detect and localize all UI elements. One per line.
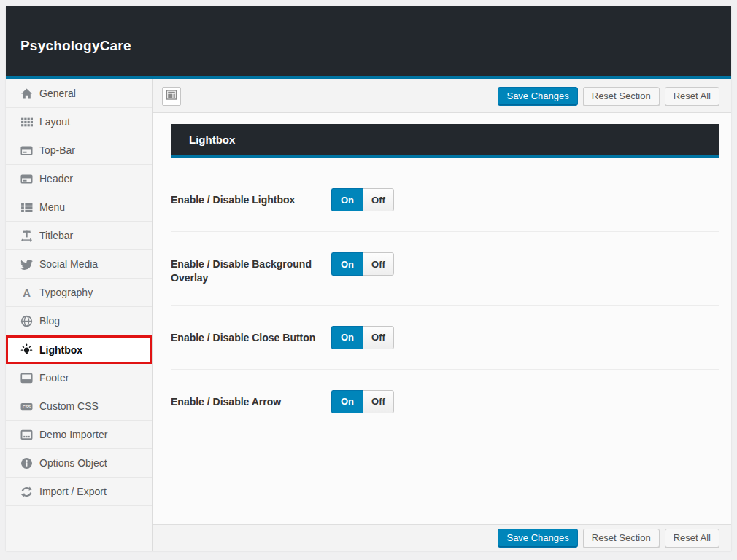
- sidebar-item-label: Menu: [39, 201, 65, 213]
- toggle-on-button[interactable]: On: [331, 188, 363, 211]
- app-header: PsychologyCare: [6, 6, 731, 79]
- field-row-background-overlay: Enable / Disable Background Overlay On O…: [171, 232, 719, 306]
- field-label: Enable / Disable Lightbox: [171, 188, 331, 207]
- field-label: Enable / Disable Arrow: [171, 390, 331, 409]
- field-label: Enable / Disable Background Overlay: [171, 252, 331, 285]
- section-header: Lightbox: [171, 124, 719, 158]
- save-changes-button-top[interactable]: Save Changes: [498, 87, 577, 106]
- sidebar-item-options-object[interactable]: Options Object: [6, 449, 152, 478]
- info-circle-icon: [20, 457, 33, 470]
- sync-arrows-icon: [20, 486, 33, 498]
- field-label: Enable / Disable Close Button: [171, 326, 331, 345]
- sidebar-item-label: General: [39, 88, 76, 99]
- toggle-off-button[interactable]: Off: [363, 390, 394, 413]
- top-toolbar: Save Changes Reset Section Reset All: [153, 79, 731, 113]
- save-changes-button-bottom[interactable]: Save Changes: [498, 529, 577, 548]
- toggle-close-button: On Off: [331, 326, 394, 349]
- footer-panel-icon: [20, 372, 33, 384]
- expand-options-icon: [166, 89, 177, 103]
- field-row-arrow: Enable / Disable Arrow On Off: [171, 370, 719, 433]
- svg-text:CSS: CSS: [23, 405, 31, 409]
- sidebar-item-menu[interactable]: Menu: [6, 193, 152, 222]
- page-title: PsychologyCare: [6, 6, 731, 54]
- toggle-lightbox: On Off: [331, 188, 394, 211]
- options-content: Save Changes Reset Section Reset All Lig…: [153, 79, 731, 551]
- menu-list-icon: [20, 201, 33, 214]
- lightbulb-icon: [20, 343, 33, 356]
- sidebar-item-label: Import / Export: [39, 486, 107, 497]
- settings-main: Lightbox Enable / Disable Lightbox On Of…: [153, 113, 731, 524]
- globe-icon: [20, 315, 33, 327]
- text-width-icon: [20, 230, 33, 242]
- reset-section-button-bottom[interactable]: Reset Section: [583, 529, 660, 548]
- css-badge-icon: CSS: [20, 400, 33, 413]
- toggle-on-button[interactable]: On: [331, 252, 363, 276]
- expand-options-button[interactable]: [162, 87, 181, 106]
- font-icon: A: [20, 287, 33, 299]
- reset-all-button-bottom[interactable]: Reset All: [665, 529, 719, 548]
- image-icon: [20, 429, 33, 441]
- app-body: General Layout: [6, 79, 731, 551]
- sidebar-item-social-media[interactable]: Social Media: [6, 250, 152, 279]
- sidebar-item-header[interactable]: Header: [6, 165, 152, 193]
- sidebar-item-titlebar[interactable]: Titlebar: [6, 222, 152, 250]
- sidebar-item-import-export[interactable]: Import / Export: [6, 478, 152, 506]
- toggle-on-button[interactable]: On: [331, 390, 363, 413]
- topbar-icon: [20, 144, 33, 157]
- home-icon: [20, 88, 33, 100]
- toggle-off-button[interactable]: Off: [363, 326, 394, 349]
- grid-icon: [20, 116, 33, 128]
- sidebar-item-general[interactable]: General: [6, 79, 152, 108]
- toggle-background-overlay: On Off: [331, 252, 394, 276]
- theme-options-panel: PsychologyCare General: [6, 6, 731, 551]
- toggle-off-button[interactable]: Off: [363, 188, 394, 211]
- sidebar-item-custom-css[interactable]: CSS Custom CSS: [6, 392, 152, 421]
- sidebar-item-demo-importer[interactable]: Demo Importer: [6, 421, 152, 449]
- sidebar-item-layout[interactable]: Layout: [6, 108, 152, 136]
- sidebar-item-label: Social Media: [39, 258, 98, 270]
- sidebar-item-label: Header: [39, 173, 73, 184]
- sidebar-item-label: Custom CSS: [39, 400, 99, 412]
- reset-all-button-top[interactable]: Reset All: [665, 87, 719, 106]
- bottom-toolbar: Save Changes Reset Section Reset All: [153, 524, 731, 551]
- sidebar-item-label: Blog: [39, 315, 60, 327]
- sidebar-item-typography[interactable]: A Typography: [6, 279, 152, 307]
- twitter-icon: [20, 258, 33, 271]
- sidebar-item-label: Top-Bar: [39, 144, 75, 156]
- options-sidebar: General Layout: [6, 79, 153, 551]
- svg-text:A: A: [23, 287, 31, 298]
- header-panel-icon: [20, 173, 33, 185]
- sidebar-item-label: Layout: [39, 116, 70, 128]
- field-row-close-button: Enable / Disable Close Button On Off: [171, 306, 719, 370]
- sidebar-item-label: Typography: [39, 287, 93, 298]
- sidebar-item-label: Demo Importer: [39, 429, 107, 440]
- sidebar-item-label: Lightbox: [39, 344, 82, 356]
- sidebar-item-label: Options Object: [39, 457, 107, 469]
- toggle-arrow: On Off: [331, 390, 394, 413]
- sidebar-menu: General Layout: [6, 79, 152, 506]
- toggle-on-button[interactable]: On: [331, 326, 363, 349]
- sidebar-item-footer[interactable]: Footer: [6, 364, 152, 392]
- toggle-off-button[interactable]: Off: [363, 252, 394, 276]
- sidebar-item-lightbox[interactable]: Lightbox: [6, 335, 152, 364]
- sidebar-item-blog[interactable]: Blog: [6, 307, 152, 335]
- reset-section-button-top[interactable]: Reset Section: [583, 87, 660, 106]
- field-row-lightbox: Enable / Disable Lightbox On Off: [171, 168, 719, 232]
- sidebar-item-top-bar[interactable]: Top-Bar: [6, 136, 152, 165]
- section-title: Lightbox: [189, 133, 235, 146]
- sidebar-item-label: Titlebar: [39, 230, 73, 241]
- sidebar-item-label: Footer: [39, 372, 69, 384]
